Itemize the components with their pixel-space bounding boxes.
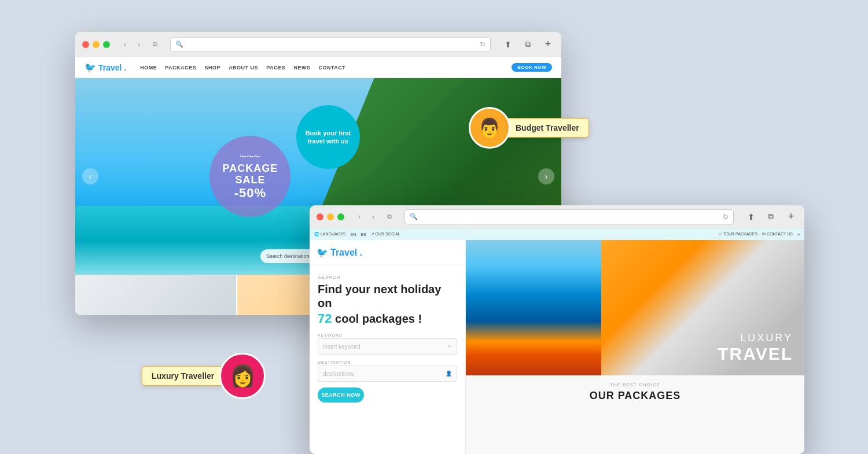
share-button-2[interactable]: ⬆ <box>743 209 759 225</box>
tabs-button-2[interactable]: ⧉ <box>384 211 395 223</box>
luxury-text-bottom: TRAVEL <box>718 344 793 364</box>
lang-en-item[interactable]: EN <box>351 232 356 237</box>
browser-chrome-1: ‹ › ⧉ 🔍 ↻ ⬆ ⧉ + <box>75 32 561 57</box>
nav-aboutus-1[interactable]: ABOUT US <box>229 65 258 71</box>
nav-shop-1[interactable]: SHOP <box>205 65 221 71</box>
reload-icon-1: ↻ <box>480 40 486 49</box>
menu-icon[interactable]: ≡ <box>797 232 800 237</box>
book-bubble-text: Book your first travel with us <box>296 129 360 146</box>
new-tab-button-1[interactable]: + <box>542 38 554 51</box>
reload-icon-2: ↻ <box>723 213 729 221</box>
keyword-input[interactable]: insert keyword ✦ <box>318 338 457 355</box>
book-first-bubble: Book your first travel with us <box>296 105 360 169</box>
destination-label: DESTINATION <box>318 360 457 364</box>
close-button-2[interactable] <box>317 213 323 220</box>
travel-nav-2: 🐦 Travel . <box>310 240 465 265</box>
budget-traveller-label: Budget Traveller <box>506 118 589 138</box>
travel-logo-2: 🐦 Travel . <box>317 247 362 258</box>
back-button-1[interactable]: ‹ <box>119 39 131 50</box>
back-button-2[interactable]: ‹ <box>354 211 365 223</box>
traffic-lights-1 <box>82 41 110 48</box>
search-accent-line: 72 cool packages ! <box>318 311 457 326</box>
budget-traveller-avatar: 👨 <box>469 107 510 149</box>
browser-chrome-2: ‹ › ⧉ 🔍 ↻ ⬆ ⧉ + <box>310 205 804 228</box>
keyword-label: KEYWORD <box>318 333 457 337</box>
luxury-traveller-emoji: 👩 <box>230 364 256 388</box>
nav-pages-1[interactable]: PAGES <box>266 65 285 71</box>
close-button-1[interactable] <box>82 41 89 48</box>
luxury-traveller-label: Luxury Traveller <box>142 366 224 386</box>
logo-plane-icon-1: 🐦 <box>84 62 96 73</box>
nav-arrows-2: ‹ › <box>354 211 379 223</box>
search-now-button[interactable]: SEARCH NOW <box>318 387 364 403</box>
url-bar-1[interactable]: 🔍 ↻ <box>170 37 491 52</box>
package-title-text: PACKAGESALE <box>223 163 278 186</box>
logo-plane-icon-2: 🐦 <box>317 247 328 258</box>
new-tab-button-2[interactable]: + <box>785 211 797 223</box>
maximize-button-1[interactable] <box>103 41 110 48</box>
tour-packages-link[interactable]: ☆ TOUR PACKAGES <box>719 232 757 237</box>
nav-news-1[interactable]: NEWS <box>293 65 310 71</box>
budget-traveller-badge: 👨 Budget Traveller <box>469 107 589 149</box>
keyword-placeholder: insert keyword <box>323 344 360 350</box>
luxury-travel-overlay: LUXURY TRAVEL <box>718 332 793 364</box>
bookmarks-button-1[interactable]: ⧉ <box>520 36 536 53</box>
traffic-lights-2 <box>317 213 344 220</box>
travel-logo-1: 🐦 Travel . <box>84 62 126 73</box>
destination-input[interactable]: destinations 👤 <box>318 366 457 382</box>
packages-label: THE BEST CHOICE <box>475 382 795 387</box>
browser-actions-2: ⬆ ⧉ + <box>743 209 797 225</box>
destination-field: DESTINATION destinations 👤 <box>318 360 457 382</box>
thumbnail-1[interactable] <box>75 275 237 315</box>
hero-next-button[interactable]: › <box>538 168 554 184</box>
search-accent-number: 72 <box>318 311 332 326</box>
packages-title: OUR PACKAGES <box>475 390 795 402</box>
nav-contact-1[interactable]: CONTACT <box>318 65 345 71</box>
left-panel-2: 🌐 LANGUAGES EN ES ↗ OUR SOCIAL 🐦 Travel … <box>310 228 466 454</box>
minimize-button-2[interactable] <box>327 213 334 220</box>
browser-window-2: ‹ › ⧉ 🔍 ↻ ⬆ ⧉ + 🌐 LANGUAGES EN <box>310 205 804 454</box>
hero-beach-bg <box>75 206 343 275</box>
search-icon-urlbar-1: 🔍 <box>175 40 183 48</box>
page-background: ‹ › ⧉ 🔍 ↻ ⬆ ⧉ + 🐦 Travel . HOME <box>0 0 868 454</box>
right-panel-hero-image: LUXURY TRAVEL <box>466 240 804 375</box>
bookmarks-button-2[interactable]: ⧉ <box>763 209 779 225</box>
search-section: SEARCH Find your next holiday on 72 cool… <box>310 265 465 412</box>
top-bar-right-2: ☆ TOUR PACKAGES ✉ CONTACT US ≡ <box>466 228 804 240</box>
url-bar-2[interactable]: 🔍 ↻ <box>404 209 734 224</box>
budget-traveller-emoji: 👨 <box>478 117 501 139</box>
hero-prev-button[interactable]: ‹ <box>82 168 98 184</box>
top-bar-language-2: 🌐 LANGUAGES EN ES ↗ OUR SOCIAL <box>310 228 465 240</box>
hero-search-placeholder: Search destinations... <box>266 253 317 259</box>
share-button-1[interactable]: ⬆ <box>500 36 516 53</box>
social-item[interactable]: ↗ OUR SOCIAL <box>371 232 400 237</box>
search-headline-text: Find your next holiday on <box>318 283 441 309</box>
lang-es-item[interactable]: ES <box>361 232 366 237</box>
luxury-text-top: LUXURY <box>718 332 793 344</box>
search-section-label: SEARCH <box>318 275 457 280</box>
nav-arrows-1: ‹ › <box>119 39 145 50</box>
browser-content-2: 🌐 LANGUAGES EN ES ↗ OUR SOCIAL 🐦 Travel … <box>310 228 804 454</box>
tabs-button-1[interactable]: ⧉ <box>149 39 161 50</box>
destination-placeholder: destinations <box>323 371 354 377</box>
search-subline-text: cool packages ! <box>335 312 422 325</box>
package-sale-bubble: 〜〜〜 PACKAGESALE -50% <box>209 136 290 217</box>
travel-nav-links-1: HOME PACKAGES SHOP ABOUT US PAGES NEWS C… <box>140 65 345 71</box>
logo-text-1: Travel . <box>98 63 126 72</box>
browser-actions-1: ⬆ ⧉ + <box>500 36 554 53</box>
package-discount-text: -50% <box>234 186 266 201</box>
forward-button-1[interactable]: › <box>133 39 145 50</box>
luxury-traveller-avatar: 👩 <box>219 353 266 399</box>
search-icon-urlbar-2: 🔍 <box>410 213 418 220</box>
keyword-field: KEYWORD insert keyword ✦ <box>318 333 457 355</box>
minimize-button-1[interactable] <box>93 41 100 48</box>
nav-packages-1[interactable]: PACKAGES <box>165 65 196 71</box>
contact-us-link[interactable]: ✉ CONTACT US <box>762 232 793 237</box>
languages-item[interactable]: 🌐 LANGUAGES <box>314 232 346 237</box>
nav-home-1[interactable]: HOME <box>140 65 157 71</box>
right-panel-2: ☆ TOUR PACKAGES ✉ CONTACT US ≡ LUXURY TR… <box>466 228 804 454</box>
logo-text-2: Travel . <box>330 248 362 258</box>
forward-button-2[interactable]: › <box>367 211 379 223</box>
book-now-button-1[interactable]: BOOK NOW <box>512 63 552 72</box>
maximize-button-2[interactable] <box>337 213 344 220</box>
